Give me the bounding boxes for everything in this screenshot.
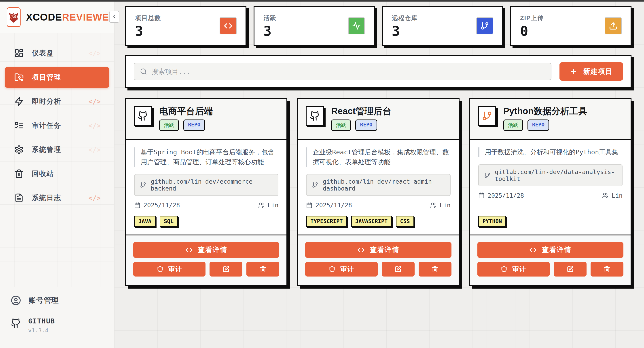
stat-label: 活跃 xyxy=(264,14,276,22)
dashboard-icon xyxy=(14,48,24,58)
stat-label: ZIP上传 xyxy=(520,14,544,22)
repo-url: github.com/lin-dev/react-admin-dashboard xyxy=(323,178,444,192)
sidebar-item-system-admin[interactable]: 系统管理 </> xyxy=(5,139,109,160)
plus-icon xyxy=(570,68,577,75)
code-deco-glyph: </> xyxy=(88,122,100,130)
code-deco-glyph: </> xyxy=(88,194,100,202)
search-input[interactable] xyxy=(152,68,545,75)
users-icon xyxy=(430,202,436,208)
sidebar-item-account[interactable]: 账号管理 xyxy=(11,295,114,306)
card-actions-row: 审计 xyxy=(133,262,279,277)
top-accent-bar xyxy=(0,0,644,1)
main-content: 项目总数 3 活跃 3 远程仓库 3 xyxy=(114,1,644,348)
sidebar-item-instant-analysis[interactable]: 即时分析 </> xyxy=(5,91,109,112)
edit-button[interactable] xyxy=(554,262,586,277)
account-label: 账号管理 xyxy=(28,296,59,305)
delete-button[interactable] xyxy=(246,262,279,277)
project-description: 企业级React管理后台模板，集成权限管理、数据可视化、表单处理等功能 xyxy=(306,148,450,167)
sidebar-header: XCODEREVIEWER xyxy=(0,1,114,33)
audit-button[interactable]: 审计 xyxy=(478,262,550,277)
status-badge: 活跃 xyxy=(159,120,179,131)
edit-button[interactable] xyxy=(382,262,414,277)
search-icon xyxy=(140,68,147,75)
delete-button[interactable] xyxy=(418,262,452,277)
view-detail-button[interactable]: 查看详情 xyxy=(478,242,624,258)
project-card-footer: 查看详情 审计 xyxy=(126,234,286,285)
sidebar-item-dashboard[interactable]: 仪表盘 </> xyxy=(5,43,109,64)
project-card: 电商平台后端 活跃 REPO 基于Spring Boot的电商平台后端服务，包含… xyxy=(125,98,287,286)
sidebar-collapse-button[interactable] xyxy=(109,11,120,23)
new-project-button[interactable]: 新建项目 xyxy=(560,62,623,81)
tag-row: PYTHON xyxy=(478,216,622,227)
view-detail-label: 查看详情 xyxy=(198,245,228,255)
trash-icon xyxy=(14,169,24,178)
sidebar-item-recycle-bin[interactable]: 回收站 xyxy=(5,163,109,184)
language-tag: PYTHON xyxy=(478,216,506,227)
stat-value: 0 xyxy=(520,24,544,38)
git-branch-icon xyxy=(484,172,490,178)
project-title: 电商平台后端 xyxy=(159,106,213,116)
project-title: React管理后台 xyxy=(331,106,391,116)
git-branch-icon xyxy=(480,22,489,30)
git-branch-icon xyxy=(482,111,492,121)
audit-button[interactable]: 审计 xyxy=(305,262,378,277)
calendar-icon xyxy=(306,202,312,208)
repo-url: gitlab.com/lin-dev/data-analysis-toolkit xyxy=(495,169,617,182)
project-source-box xyxy=(478,106,496,126)
project-owner: Lin xyxy=(268,202,278,209)
view-detail-button[interactable]: 查看详情 xyxy=(133,242,279,258)
sidebar-item-label: 即时分析 xyxy=(32,97,61,106)
type-badge: REPO xyxy=(528,120,549,131)
shield-icon xyxy=(157,266,164,273)
project-title: Python数据分析工具 xyxy=(503,106,588,116)
sidebar-footer: 账号管理 GITHUB v1.3.4 xyxy=(0,287,114,348)
badge-row: 活跃 REPO xyxy=(159,120,213,131)
git-branch-icon xyxy=(140,182,146,188)
trash-icon xyxy=(260,266,266,273)
stat-label: 远程仓库 xyxy=(392,14,418,22)
calendar-icon xyxy=(134,202,140,208)
github-icon xyxy=(138,111,148,121)
audit-label: 审计 xyxy=(340,265,354,274)
stat-card-zip-uploads: ZIP上传 0 xyxy=(510,6,632,46)
sidebar-item-system-logs[interactable]: 系统日志 </> xyxy=(5,187,109,208)
trash-icon xyxy=(432,266,438,273)
sidebar-item-projects[interactable]: 项目管理 xyxy=(5,67,109,88)
project-source-box xyxy=(306,106,324,126)
view-detail-button[interactable]: 查看详情 xyxy=(305,242,451,258)
activity-icon xyxy=(352,22,361,30)
folder-git-icon xyxy=(14,73,24,82)
repo-url-box: gitlab.com/lin-dev/data-analysis-toolkit xyxy=(478,165,622,186)
stat-icon-box xyxy=(220,17,236,34)
code-icon xyxy=(185,246,192,254)
project-cards-row: 电商平台后端 活跃 REPO 基于Spring Boot的电商平台后端服务，包含… xyxy=(125,98,632,286)
audit-button[interactable]: 审计 xyxy=(133,262,206,277)
badge-row: 活跃 REPO xyxy=(331,120,391,131)
project-card: React管理后台 活跃 REPO 企业级React管理后台模板，集成权限管理、… xyxy=(297,98,459,286)
sidebar-item-audit-tasks[interactable]: 审计任务 </> xyxy=(5,115,109,136)
delete-button[interactable] xyxy=(590,262,624,277)
shield-icon xyxy=(501,266,507,273)
sidebar-item-label: 审计任务 xyxy=(32,121,61,130)
sidebar-item-label: 仪表盘 xyxy=(32,48,54,58)
sidebar-item-label: 项目管理 xyxy=(32,73,61,82)
calendar-icon xyxy=(478,192,484,198)
project-card-body: 基于Spring Boot的电商平台后端服务，包含用户管理、商品管理、订单处理等… xyxy=(126,140,286,234)
github-title: GITHUB xyxy=(28,317,55,325)
edit-icon xyxy=(567,266,574,273)
language-tag: JAVASCRIPT xyxy=(351,216,392,227)
upload-icon xyxy=(609,22,618,30)
search-box xyxy=(134,63,552,80)
user-circle-icon xyxy=(11,295,21,306)
language-tag: SQL xyxy=(160,216,178,227)
gear-icon xyxy=(14,145,24,154)
view-detail-label: 查看详情 xyxy=(542,245,571,255)
tag-row: JAVA SQL xyxy=(134,216,278,227)
new-project-label: 新建项目 xyxy=(583,67,613,76)
code-deco-glyph: </> xyxy=(88,49,100,57)
edit-button[interactable] xyxy=(210,262,242,277)
edit-icon xyxy=(395,266,402,273)
type-badge: REPO xyxy=(183,120,205,131)
zap-icon xyxy=(14,97,24,106)
language-tag: TYPESCRIPT xyxy=(306,216,347,227)
